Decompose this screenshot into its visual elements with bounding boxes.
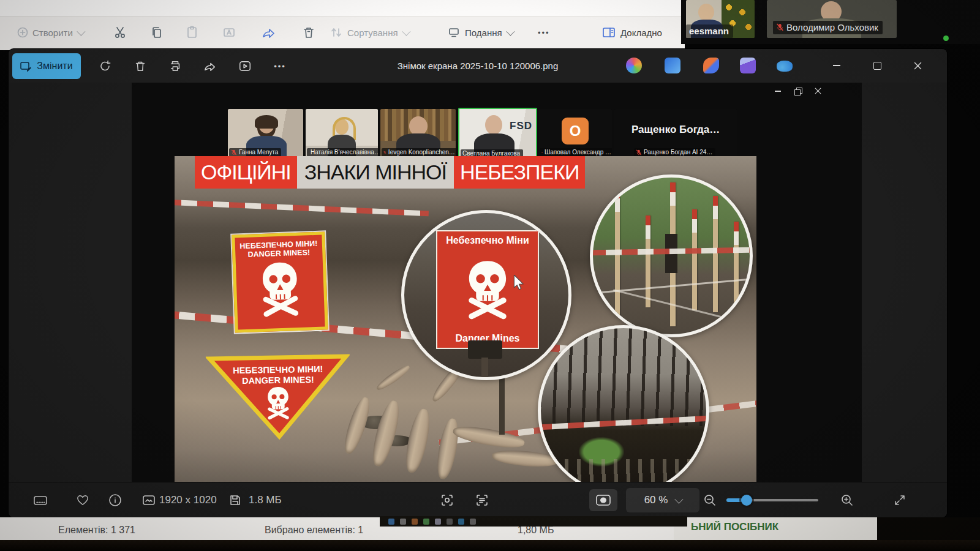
viewed-screenshot: Ганна Мелута Наталія В'ячеславівна… bbox=[132, 83, 862, 483]
call-tile-freesmann: eesmann bbox=[686, 0, 755, 38]
explorer-delete-button[interactable] bbox=[301, 18, 316, 47]
copy-icon bbox=[149, 25, 164, 40]
explorer-create-label: Створити bbox=[32, 28, 73, 38]
items-count: Елементів: 1 371 bbox=[58, 525, 135, 536]
filesize-icon bbox=[229, 491, 241, 509]
video-call-overlay: eesmann Володимир Ольховик bbox=[681, 0, 980, 44]
zoom-slider[interactable] bbox=[726, 499, 818, 501]
background-document-title: ЬНИЙ ПОСІБНИК bbox=[691, 521, 778, 533]
share-button[interactable] bbox=[201, 57, 219, 75]
photos-bottom-toolbar: 1920 x 1020 1.8 МБ 60 % bbox=[9, 482, 947, 517]
participant-name: Ганна Мелута bbox=[239, 149, 278, 156]
maximize-button[interactable] bbox=[865, 56, 889, 75]
fullscreen-icon bbox=[893, 493, 907, 507]
avatar bbox=[698, 4, 714, 21]
rename-icon bbox=[222, 25, 236, 40]
explorer-rename-button[interactable] bbox=[222, 18, 236, 47]
photos-toolbar: Змінити ••• Знімок екрана 2025-10-10 120… bbox=[9, 49, 947, 83]
taskbar-strip bbox=[380, 516, 687, 527]
sign-text-ua: Небезпечно Міни bbox=[446, 235, 529, 246]
paste-icon bbox=[185, 25, 200, 40]
visual-search-button[interactable] bbox=[440, 491, 454, 509]
participant-name-label: Володимир Ольховик bbox=[786, 22, 878, 32]
close-icon bbox=[914, 62, 922, 70]
participant-strip: Ганна Мелута Наталія В'ячеславівна… bbox=[228, 109, 865, 158]
sign-text-en: DANGER MINES! bbox=[240, 248, 318, 260]
explorer-paste-button[interactable] bbox=[185, 18, 200, 47]
zoom-out-button[interactable] bbox=[703, 491, 717, 509]
sign-post bbox=[499, 377, 505, 435]
zoom-slider-thumb[interactable] bbox=[741, 495, 752, 506]
chevron-down-icon bbox=[402, 28, 410, 36]
clipchamp-app-icon[interactable] bbox=[740, 58, 756, 73]
participant-name: Наталія В'ячеславівна… bbox=[311, 149, 378, 156]
text-extract-icon bbox=[475, 493, 489, 507]
rotate-icon bbox=[99, 59, 112, 73]
print-button[interactable] bbox=[166, 57, 184, 75]
image-filesize: 1.8 МБ bbox=[249, 491, 282, 509]
shell bbox=[368, 399, 403, 468]
close-icon bbox=[815, 88, 821, 94]
copilot-icon[interactable] bbox=[626, 58, 642, 73]
minimize-button[interactable] bbox=[824, 56, 849, 75]
dimensions-icon bbox=[142, 491, 156, 509]
muted-mic-icon bbox=[776, 23, 784, 31]
plus-circle-icon bbox=[17, 27, 28, 38]
delete-button[interactable] bbox=[131, 57, 149, 75]
marking-line bbox=[613, 289, 750, 325]
zoom-level-select[interactable]: 60 % bbox=[626, 488, 699, 512]
zoom-out-icon bbox=[703, 493, 717, 507]
participant-name-label: eesmann bbox=[686, 24, 733, 38]
slide-title-mid: ЗНАКИ МІННОЇ bbox=[297, 156, 454, 189]
sort-arrows-icon bbox=[330, 26, 343, 39]
share-icon bbox=[261, 25, 277, 40]
zoom-level-value: 60 % bbox=[644, 494, 668, 506]
explorer-details-button[interactable]: Докладно bbox=[601, 18, 662, 47]
file-explorer-toolbar: Створити Сортування Подання bbox=[0, 0, 685, 50]
explorer-copy-button[interactable] bbox=[149, 18, 164, 47]
sign-mount bbox=[468, 340, 502, 359]
participant-tile: Наталія В'ячеславівна… bbox=[306, 109, 378, 158]
call-tile-volodymyr: Володимир Ольховик bbox=[767, 0, 897, 38]
close-button[interactable] bbox=[905, 56, 930, 75]
slide-title-left: ОФІЦІЙНІ bbox=[195, 156, 297, 189]
explorer-share-button[interactable] bbox=[261, 18, 277, 47]
fit-to-window-button[interactable] bbox=[589, 489, 617, 511]
explorer-more-button[interactable]: ••• bbox=[538, 18, 550, 47]
slideshow-button[interactable] bbox=[236, 57, 254, 75]
fullscreen-button[interactable] bbox=[893, 491, 907, 509]
visual-search-icon bbox=[440, 493, 454, 507]
edit-button[interactable]: Змінити bbox=[12, 53, 81, 79]
shell bbox=[434, 417, 462, 480]
participant-tile: Ганна Мелута bbox=[228, 109, 303, 158]
explorer-cut-button[interactable] bbox=[113, 18, 128, 47]
participant-tile: Ievgen Konoplianchen… bbox=[380, 109, 456, 158]
sign-post bbox=[481, 358, 488, 378]
fit-icon bbox=[596, 495, 611, 506]
explorer-more-label: ••• bbox=[538, 28, 550, 37]
save-icon bbox=[229, 494, 241, 506]
explorer-details-label: Докладно bbox=[620, 28, 662, 38]
filmstrip-button[interactable] bbox=[33, 491, 48, 509]
designer-app-icon[interactable] bbox=[703, 58, 719, 73]
text-actions-button[interactable] bbox=[475, 491, 489, 509]
onedrive-icon[interactable] bbox=[777, 61, 793, 72]
trash-icon bbox=[134, 59, 147, 73]
info-button[interactable] bbox=[108, 491, 123, 509]
more-button[interactable]: ••• bbox=[271, 57, 289, 75]
view-icon bbox=[447, 26, 461, 39]
participant-tile: О Шаповал Олександр … bbox=[538, 109, 612, 158]
muted-mic-icon bbox=[541, 149, 543, 156]
explorer-view-label: Подання bbox=[465, 28, 502, 38]
scissors-icon bbox=[113, 25, 128, 40]
waiting-participant-name: Ращенко Богда… bbox=[631, 124, 720, 136]
favorite-button[interactable] bbox=[76, 491, 89, 509]
explorer-create-button[interactable]: Створити bbox=[17, 18, 83, 47]
slide-title-right: НЕБЕЗПЕКИ bbox=[454, 156, 585, 189]
explorer-view-button[interactable]: Подання bbox=[447, 18, 513, 47]
zoom-in-button[interactable] bbox=[840, 491, 854, 509]
photo-edit-app-icon[interactable] bbox=[665, 58, 680, 73]
rotate-button[interactable] bbox=[96, 57, 115, 75]
info-icon bbox=[108, 493, 123, 508]
explorer-sort-button[interactable]: Сортування bbox=[330, 18, 409, 47]
